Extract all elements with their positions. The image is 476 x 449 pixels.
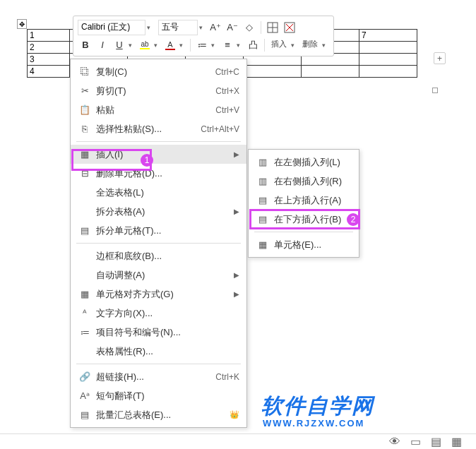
watermark-url: WWW.RJZXW.COM [263, 418, 364, 429]
chevron-right-icon: ▶ [234, 271, 239, 279]
highlight-icon[interactable]: ab [137, 37, 153, 53]
translate-icon: Aᵃ [78, 390, 92, 402]
align-icon: ▦ [78, 289, 92, 300]
copy-icon: ⿻ [78, 66, 92, 78]
insert-icon: ▦ [78, 149, 92, 160]
annotation-badge-1: 1 [141, 154, 153, 167]
mini-toolbar: Calibri (正文)▾ 五号▾ A⁺ A⁻ ◇ B I U▾ ab▾ A▾ … [73, 16, 334, 56]
submenu-insert-col-left[interactable]: ▥在左侧插入列(L) [249, 152, 359, 172]
font-size-select[interactable]: 五号 [158, 20, 198, 35]
menu-copy[interactable]: ⿻复制(C)Ctrl+C [71, 62, 246, 81]
row-above-icon: ▤ [256, 195, 270, 206]
increase-font-icon[interactable]: A⁺ [208, 20, 223, 35]
chevron-right-icon: ▶ [234, 150, 239, 158]
menu-cut[interactable]: ✂剪切(T)Ctrl+X [71, 81, 246, 100]
status-eye-icon[interactable]: 👁 [389, 436, 400, 448]
separator [76, 141, 241, 142]
separator [76, 364, 241, 364]
table-cell[interactable]: 3 [28, 54, 70, 66]
table-move-handle[interactable]: ✥ [17, 19, 27, 29]
merge-icon[interactable]: 凸 [245, 37, 261, 53]
menu-cell-align[interactable]: ▦单元格对齐方式(G)▶ [71, 285, 246, 304]
delete-table-icon[interactable] [282, 20, 297, 35]
menu-insert[interactable]: ▦插入(I)▶ [71, 145, 246, 164]
menu-select-table[interactable]: 全选表格(L) [71, 183, 246, 202]
delete-cells-icon: ⊟ [78, 168, 92, 179]
status-layout-icon[interactable]: ▤ [431, 435, 441, 448]
annotation-badge-2: 2 [347, 213, 359, 226]
menu-autofit[interactable]: 自动调整(A)▶ [71, 265, 246, 285]
cut-icon: ✂ [78, 85, 92, 97]
table-cell[interactable]: 2 [28, 42, 70, 54]
insert-group[interactable]: 插入 [271, 40, 287, 49]
bullets-icon[interactable]: ≔ [194, 37, 210, 53]
menu-text-direction[interactable]: ᴬ文字方向(X)... [71, 304, 246, 323]
bold-icon[interactable]: B [78, 37, 93, 53]
font-name-select[interactable]: Calibri (正文) [78, 20, 145, 35]
separator [76, 243, 241, 244]
watermark-title: 软件自学网 [261, 392, 374, 421]
menu-borders[interactable]: 边框和底纹(B)... [71, 246, 246, 265]
italic-icon[interactable]: I [95, 37, 110, 53]
submenu-insert-row-above[interactable]: ▤在上方插入行(A) [249, 191, 359, 210]
context-menu: ⿻复制(C)Ctrl+C ✂剪切(T)Ctrl+X 📋粘贴Ctrl+V ⎘选择性… [70, 59, 247, 428]
menu-split-cells[interactable]: ▤拆分单元格(T)... [71, 221, 246, 240]
decrease-font-icon[interactable]: A⁻ [225, 20, 240, 35]
table-cell[interactable]: 7 [359, 30, 417, 42]
delete-group[interactable]: 删除 [302, 40, 318, 49]
menu-hyperlink[interactable]: 🔗超链接(H)...Ctrl+K [71, 367, 246, 386]
table-resize-handle[interactable] [432, 88, 438, 93]
col-left-icon: ▥ [256, 157, 270, 168]
chevron-right-icon: ▶ [234, 208, 239, 215]
submenu-insert-row-below[interactable]: ▤在下方插入行(B) [249, 210, 359, 229]
menu-batch-summary[interactable]: ▤批量汇总表格(E)...👑 [71, 405, 246, 424]
table-cell[interactable]: 4 [28, 66, 70, 78]
underline-icon[interactable]: U [112, 37, 127, 53]
menu-table-props[interactable]: 表格属性(R)... [71, 342, 246, 361]
paste-icon: 📋 [78, 104, 92, 116]
menu-bullets[interactable]: ≔项目符号和编号(N)... [71, 323, 246, 342]
separator [254, 232, 353, 232]
menu-paste[interactable]: 📋粘贴Ctrl+V [71, 100, 246, 119]
paste-special-icon: ⎘ [78, 124, 92, 135]
bullets-icon: ≔ [78, 327, 92, 338]
insert-table-icon[interactable] [265, 20, 280, 35]
summary-icon: ▤ [78, 409, 92, 421]
clear-format-icon[interactable]: ◇ [242, 20, 257, 35]
row-below-icon: ▤ [256, 214, 270, 225]
insert-submenu: ▥在左侧插入列(L) ▥在右侧插入列(R) ▤在上方插入行(A) ▤在下方插入行… [248, 149, 359, 258]
add-column-button[interactable]: + [434, 52, 446, 64]
link-icon: 🔗 [78, 371, 92, 383]
status-bar: 👁 ▭ ▤ ▦ [0, 433, 476, 449]
menu-split-table[interactable]: 拆分表格(A)▶ [71, 202, 246, 221]
col-right-icon: ▥ [256, 176, 270, 187]
table-cell[interactable]: 1 [28, 30, 70, 42]
split-cells-icon: ▤ [78, 225, 92, 237]
menu-paste-special[interactable]: ⎘选择性粘贴(S)...Ctrl+Alt+V [71, 119, 246, 138]
status-outline-icon[interactable]: ▭ [410, 435, 421, 448]
menu-delete-cells[interactable]: ⊟删除单元格(D)... [71, 164, 246, 183]
font-color-icon[interactable]: A [162, 37, 178, 53]
status-grid-icon[interactable]: ▦ [451, 435, 462, 448]
align-icon[interactable]: ≡ [220, 37, 235, 53]
crown-icon: 👑 [230, 410, 239, 419]
submenu-cells[interactable]: ▦单元格(E)... [249, 235, 359, 254]
cells-icon: ▦ [256, 239, 270, 251]
submenu-insert-col-right[interactable]: ▥在右侧插入列(R) [249, 172, 359, 191]
text-direction-icon: ᴬ [78, 308, 92, 319]
chevron-right-icon: ▶ [234, 290, 239, 298]
menu-translate[interactable]: Aᵃ短句翻译(T) [71, 386, 246, 405]
